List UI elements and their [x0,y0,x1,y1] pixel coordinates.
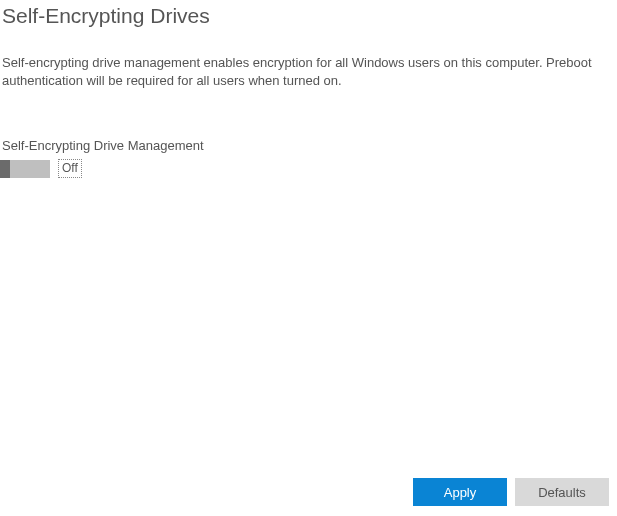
toggle-row: Off [0,153,617,177]
section-label: Self-Encrypting Drive Management [0,90,617,153]
sed-management-toggle[interactable] [0,160,50,178]
toggle-knob [0,160,10,178]
toggle-state-label: Off [58,159,82,177]
defaults-button[interactable]: Defaults [515,478,609,506]
button-bar: Apply Defaults [413,478,609,506]
page-title: Self-Encrypting Drives [0,0,617,28]
description-text: Self-encrypting drive management enables… [0,28,617,90]
apply-button[interactable]: Apply [413,478,507,506]
